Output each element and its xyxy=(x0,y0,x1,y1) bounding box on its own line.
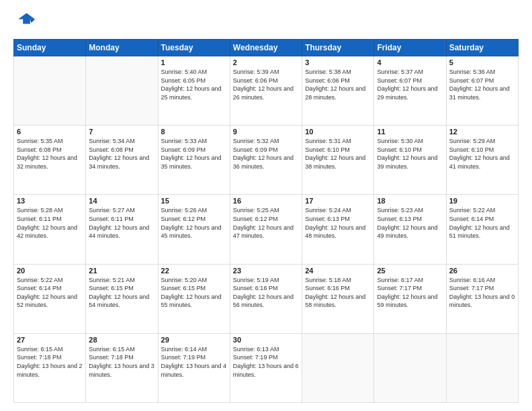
cell-sunset: Sunset: 6:13 PM xyxy=(305,215,371,224)
cell-sunset: Sunset: 7:19 PM xyxy=(161,353,227,362)
cell-sunset: Sunset: 6:09 PM xyxy=(233,146,299,154)
calendar-week-3: 13 Sunrise: 5:28 AM Sunset: 6:11 PM Dayl… xyxy=(14,195,519,264)
cell-sunset: Sunset: 6:11 PM xyxy=(89,215,154,224)
cell-daylight: Daylight: 12 hours and 52 minutes. xyxy=(17,293,83,310)
cell-sunrise: Sunrise: 5:22 AM xyxy=(449,206,515,215)
cell-daylight: Daylight: 12 hours and 59 minutes. xyxy=(377,293,443,310)
calendar-header-wednesday: Wednesday xyxy=(230,40,302,56)
calendar-cell: 15 Sunrise: 5:26 AM Sunset: 6:12 PM Dayl… xyxy=(158,195,230,264)
cell-daylight: Daylight: 12 hours and 56 minutes. xyxy=(233,293,299,310)
calendar-cell: 7 Sunrise: 5:34 AM Sunset: 6:08 PM Dayli… xyxy=(86,126,158,195)
day-number: 24 xyxy=(305,267,371,275)
day-number: 26 xyxy=(449,267,515,275)
cell-sunrise: Sunrise: 5:35 AM xyxy=(17,137,83,146)
calendar-cell: 27 Sunrise: 6:15 AM Sunset: 7:18 PM Dayl… xyxy=(14,333,86,402)
day-number: 29 xyxy=(161,336,227,344)
cell-sunrise: Sunrise: 5:32 AM xyxy=(233,137,299,146)
cell-daylight: Daylight: 12 hours and 58 minutes. xyxy=(305,293,371,310)
cell-daylight: Daylight: 13 hours and 0 minutes. xyxy=(449,293,515,310)
cell-sunrise: Sunrise: 5:30 AM xyxy=(377,137,443,146)
page: SundayMondayTuesdayWednesdayThursdayFrid… xyxy=(0,0,532,411)
calendar-cell: 5 Sunrise: 5:36 AM Sunset: 6:07 PM Dayli… xyxy=(446,56,518,126)
calendar-cell: 13 Sunrise: 5:28 AM Sunset: 6:11 PM Dayl… xyxy=(14,195,86,264)
cell-sunrise: Sunrise: 6:15 AM xyxy=(17,345,83,354)
calendar-header-sunday: Sunday xyxy=(14,40,86,56)
cell-daylight: Daylight: 12 hours and 45 minutes. xyxy=(161,224,227,240)
calendar-cell: 12 Sunrise: 5:29 AM Sunset: 6:10 PM Dayl… xyxy=(446,126,518,195)
cell-daylight: Daylight: 12 hours and 41 minutes. xyxy=(449,154,515,171)
cell-daylight: Daylight: 12 hours and 47 minutes. xyxy=(233,224,299,240)
cell-sunrise: Sunrise: 5:26 AM xyxy=(161,206,227,215)
cell-sunset: Sunset: 6:08 PM xyxy=(17,146,83,154)
cell-sunset: Sunset: 7:17 PM xyxy=(377,284,443,293)
day-number: 5 xyxy=(449,58,515,66)
day-number: 18 xyxy=(377,197,443,205)
cell-sunset: Sunset: 6:12 PM xyxy=(161,215,227,224)
cell-daylight: Daylight: 12 hours and 28 minutes. xyxy=(305,85,371,101)
day-number: 1 xyxy=(161,58,227,66)
day-number: 23 xyxy=(233,267,299,275)
calendar-cell: 26 Sunrise: 6:16 AM Sunset: 7:17 PM Dayl… xyxy=(446,264,518,333)
cell-daylight: Daylight: 13 hours and 4 minutes. xyxy=(161,362,227,379)
cell-daylight: Daylight: 12 hours and 29 minutes. xyxy=(377,85,443,101)
calendar-cell xyxy=(86,56,158,126)
cell-sunrise: Sunrise: 5:19 AM xyxy=(233,276,299,285)
cell-sunset: Sunset: 6:07 PM xyxy=(449,77,515,85)
day-number: 14 xyxy=(89,197,154,205)
calendar-cell xyxy=(446,333,518,402)
cell-sunset: Sunset: 7:19 PM xyxy=(233,353,299,362)
cell-sunrise: Sunrise: 5:36 AM xyxy=(449,68,515,77)
calendar-cell xyxy=(14,56,86,126)
day-number: 12 xyxy=(449,128,515,136)
cell-sunset: Sunset: 7:17 PM xyxy=(449,284,515,293)
calendar-cell: 3 Sunrise: 5:38 AM Sunset: 6:06 PM Dayli… xyxy=(302,56,374,126)
cell-sunset: Sunset: 7:18 PM xyxy=(17,353,83,362)
cell-daylight: Daylight: 12 hours and 51 minutes. xyxy=(449,224,515,240)
svg-marker-1 xyxy=(30,19,35,22)
calendar-week-4: 20 Sunrise: 5:22 AM Sunset: 6:14 PM Dayl… xyxy=(14,264,519,333)
calendar-cell xyxy=(374,333,446,402)
cell-sunrise: Sunrise: 5:24 AM xyxy=(305,206,371,215)
cell-sunset: Sunset: 6:05 PM xyxy=(161,77,227,85)
cell-sunset: Sunset: 6:10 PM xyxy=(305,146,371,154)
cell-daylight: Daylight: 12 hours and 34 minutes. xyxy=(89,154,154,171)
calendar-cell: 4 Sunrise: 5:37 AM Sunset: 6:07 PM Dayli… xyxy=(374,56,446,126)
cell-sunrise: Sunrise: 5:31 AM xyxy=(305,137,371,146)
cell-daylight: Daylight: 12 hours and 32 minutes. xyxy=(17,154,83,171)
day-number: 28 xyxy=(89,336,154,344)
cell-daylight: Daylight: 13 hours and 2 minutes. xyxy=(17,362,83,379)
day-number: 25 xyxy=(377,267,443,275)
cell-sunset: Sunset: 6:09 PM xyxy=(161,146,227,154)
calendar-cell: 1 Sunrise: 5:40 AM Sunset: 6:05 PM Dayli… xyxy=(158,56,230,126)
day-number: 16 xyxy=(233,197,299,205)
cell-daylight: Daylight: 12 hours and 54 minutes. xyxy=(89,293,154,310)
day-number: 2 xyxy=(233,58,299,66)
cell-sunset: Sunset: 6:06 PM xyxy=(233,77,299,85)
calendar-cell: 8 Sunrise: 5:33 AM Sunset: 6:09 PM Dayli… xyxy=(158,126,230,195)
cell-sunrise: Sunrise: 5:37 AM xyxy=(377,68,443,77)
cell-daylight: Daylight: 12 hours and 39 minutes. xyxy=(377,154,443,171)
cell-daylight: Daylight: 13 hours and 6 minutes. xyxy=(233,362,299,379)
cell-sunset: Sunset: 6:06 PM xyxy=(305,77,371,85)
calendar-cell: 2 Sunrise: 5:39 AM Sunset: 6:06 PM Dayli… xyxy=(230,56,302,126)
day-number: 21 xyxy=(89,267,154,275)
cell-sunrise: Sunrise: 6:14 AM xyxy=(161,345,227,354)
cell-sunset: Sunset: 6:08 PM xyxy=(89,146,154,154)
calendar-cell: 21 Sunrise: 5:21 AM Sunset: 6:15 PM Dayl… xyxy=(86,264,158,333)
cell-sunset: Sunset: 6:14 PM xyxy=(449,215,515,224)
calendar-header-saturday: Saturday xyxy=(446,40,518,56)
cell-daylight: Daylight: 12 hours and 31 minutes. xyxy=(449,85,515,101)
cell-sunrise: Sunrise: 5:40 AM xyxy=(161,68,227,77)
svg-marker-0 xyxy=(18,13,35,24)
day-number: 10 xyxy=(305,128,371,136)
cell-sunrise: Sunrise: 5:20 AM xyxy=(161,276,227,285)
cell-sunrise: Sunrise: 6:17 AM xyxy=(377,276,443,285)
cell-daylight: Daylight: 12 hours and 55 minutes. xyxy=(161,293,227,310)
calendar-cell: 11 Sunrise: 5:30 AM Sunset: 6:10 PM Dayl… xyxy=(374,126,446,195)
calendar-cell: 20 Sunrise: 5:22 AM Sunset: 6:14 PM Dayl… xyxy=(14,264,86,333)
cell-sunset: Sunset: 6:12 PM xyxy=(233,215,299,224)
day-number: 15 xyxy=(161,197,227,205)
logo-icon xyxy=(13,11,35,32)
cell-sunrise: Sunrise: 5:29 AM xyxy=(449,137,515,146)
calendar-table: SundayMondayTuesdayWednesdayThursdayFrid… xyxy=(13,39,519,403)
